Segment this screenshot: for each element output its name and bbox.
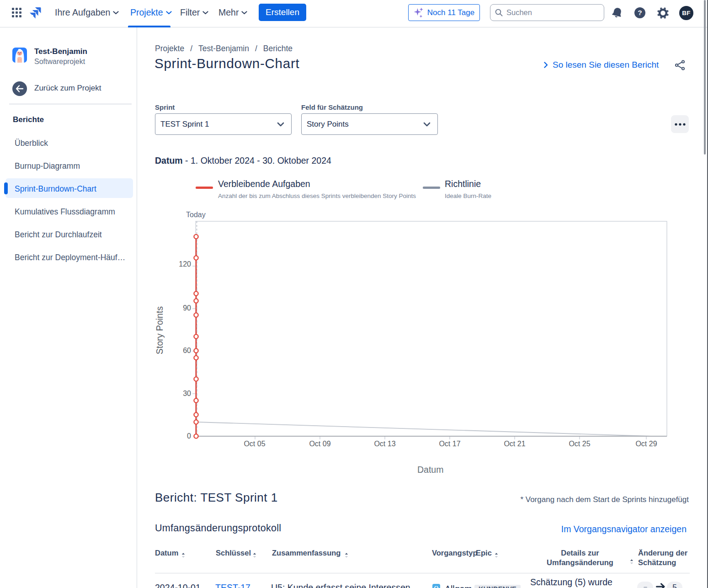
svg-text:?: ?: [638, 9, 642, 16]
